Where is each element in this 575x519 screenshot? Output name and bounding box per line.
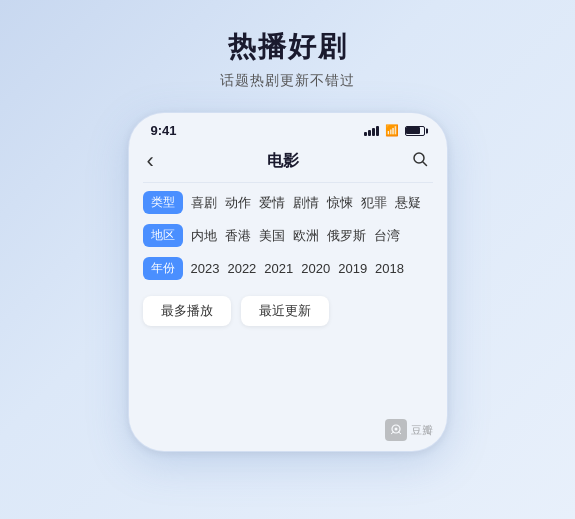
wifi-icon: 📶 (385, 124, 399, 137)
status-bar: 9:41 📶 (129, 113, 447, 142)
filter-item[interactable]: 2018 (375, 259, 404, 278)
filter-row-year: 年份 2023 2022 2021 2020 2019 2018 (143, 257, 433, 280)
status-icons: 📶 (364, 124, 425, 137)
filter-item[interactable]: 2019 (338, 259, 367, 278)
filter-item[interactable]: 2020 (301, 259, 330, 278)
filter-item[interactable]: 内地 (191, 225, 217, 247)
phone-mockup: 9:41 📶 ‹ 电影 (128, 112, 448, 452)
header-section: 热播好剧 话题热剧更新不错过 (220, 28, 355, 90)
filter-label-region[interactable]: 地区 (143, 224, 183, 247)
divider (143, 182, 433, 183)
filter-row-region: 地区 内地 香港 美国 欧洲 俄罗斯 台湾 (143, 224, 433, 247)
filter-label-year[interactable]: 年份 (143, 257, 183, 280)
nav-bar: ‹ 电影 (129, 142, 447, 182)
watermark-icon (385, 419, 407, 441)
filter-item[interactable]: 台湾 (374, 225, 400, 247)
main-title: 热播好剧 (220, 28, 355, 66)
back-button[interactable]: ‹ (147, 148, 154, 174)
filter-item[interactable]: 动作 (225, 192, 251, 214)
recently-updated-button[interactable]: 最近更新 (241, 296, 329, 326)
phone-frame: 9:41 📶 ‹ 电影 (128, 112, 448, 452)
search-icon[interactable] (412, 151, 428, 171)
bottom-buttons: 最多播放 最近更新 (129, 290, 447, 326)
page-title: 电影 (267, 151, 299, 172)
watermark-text: 豆瓣 (411, 423, 433, 438)
filter-item[interactable]: 俄罗斯 (327, 225, 366, 247)
sub-title: 话题热剧更新不错过 (220, 72, 355, 90)
svg-line-1 (423, 162, 427, 166)
status-time: 9:41 (151, 123, 177, 138)
filter-item[interactable]: 美国 (259, 225, 285, 247)
filter-label-type[interactable]: 类型 (143, 191, 183, 214)
filter-item[interactable]: 惊悚 (327, 192, 353, 214)
filter-item[interactable]: 喜剧 (191, 192, 217, 214)
signal-icon (364, 126, 379, 136)
watermark: 豆瓣 (385, 419, 433, 441)
battery-icon (405, 126, 425, 136)
filter-item[interactable]: 香港 (225, 225, 251, 247)
filter-item[interactable]: 悬疑 (395, 192, 421, 214)
filter-item[interactable]: 欧洲 (293, 225, 319, 247)
filter-item[interactable]: 犯罪 (361, 192, 387, 214)
svg-point-3 (394, 428, 397, 431)
filter-item[interactable]: 爱情 (259, 192, 285, 214)
filter-section: 类型 喜剧 动作 爱情 剧情 惊悚 犯罪 悬疑 地区 内地 香港 美国 欧洲 俄… (129, 191, 447, 280)
filter-item[interactable]: 剧情 (293, 192, 319, 214)
filter-row-type: 类型 喜剧 动作 爱情 剧情 惊悚 犯罪 悬疑 (143, 191, 433, 214)
filter-item[interactable]: 2022 (227, 259, 256, 278)
filter-item[interactable]: 2021 (264, 259, 293, 278)
filter-item[interactable]: 2023 (191, 259, 220, 278)
most-played-button[interactable]: 最多播放 (143, 296, 231, 326)
